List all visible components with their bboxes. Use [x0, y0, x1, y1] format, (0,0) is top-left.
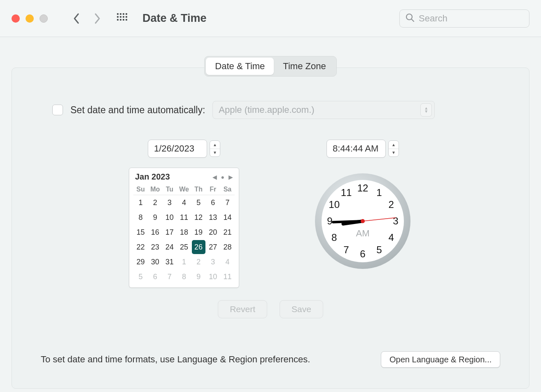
calendar-day[interactable]: 9	[192, 270, 205, 284]
calendar-day[interactable]: 16	[148, 225, 162, 239]
svg-text:7: 7	[343, 244, 349, 255]
stepper-up-icon: ▲	[389, 141, 399, 149]
svg-point-19	[361, 219, 365, 223]
search-input[interactable]	[419, 13, 532, 24]
tabs: Date & Time Time Zone	[204, 56, 336, 77]
svg-line-1	[412, 19, 414, 21]
svg-text:10: 10	[329, 199, 340, 210]
calendar-day[interactable]: 3	[206, 255, 220, 269]
minimize-window-button[interactable]	[26, 14, 34, 23]
save-button[interactable]: Save	[280, 300, 323, 318]
settings-panel: Set date and time automatically: Apple (…	[12, 68, 529, 389]
calendar-dow: Mo	[148, 184, 162, 195]
time-stepper[interactable]: ▲ ▼	[388, 140, 399, 157]
calendar-day[interactable]: 20	[206, 225, 220, 239]
calendar-day[interactable]: 15	[134, 225, 147, 239]
calendar-day[interactable]: 23	[148, 240, 162, 254]
calendar-day[interactable]: 11	[221, 270, 234, 284]
calendar-day[interactable]: 3	[163, 196, 176, 210]
time-input[interactable]: 8:44:44 AM	[326, 140, 386, 158]
calendar-day[interactable]: 11	[177, 210, 191, 224]
calendar-day[interactable]: 12	[192, 210, 205, 224]
calendar-day[interactable]: 2	[148, 196, 162, 210]
analog-clock[interactable]: 121234567891011 AM	[313, 172, 412, 271]
close-window-button[interactable]	[12, 14, 20, 23]
calendar-day[interactable]: 7	[163, 270, 176, 284]
revert-button[interactable]: Revert	[218, 300, 267, 318]
calendar-day[interactable]: 27	[206, 240, 220, 254]
calendar-day[interactable]: 7	[221, 196, 234, 210]
svg-text:2: 2	[389, 199, 394, 210]
svg-text:1: 1	[376, 187, 382, 198]
calendar-day[interactable]: 29	[134, 255, 147, 269]
zoom-window-button[interactable]	[40, 14, 48, 23]
calendar-day[interactable]: 6	[148, 270, 162, 284]
auto-set-checkbox[interactable]	[52, 105, 63, 115]
calendar-prev-icon[interactable]: ◀	[212, 174, 217, 180]
calendar-day[interactable]: 5	[134, 270, 147, 284]
calendar-day[interactable]: 2	[192, 255, 205, 269]
svg-text:4: 4	[389, 232, 394, 243]
stepper-up-icon: ▲	[210, 141, 220, 149]
calendar-day[interactable]: 1	[134, 196, 147, 210]
calendar-dow: Th	[191, 184, 206, 195]
time-server-value: Apple (time.apple.com.)	[219, 105, 314, 115]
date-input[interactable]: 1/26/2023	[148, 140, 207, 158]
back-button[interactable]	[68, 10, 85, 27]
calendar-dow: Su	[133, 184, 148, 195]
svg-text:5: 5	[376, 244, 382, 255]
calendar-today-icon[interactable]: ●	[221, 174, 224, 180]
svg-text:8: 8	[331, 232, 337, 243]
page-title: Date & Time	[142, 12, 207, 25]
calendar-day[interactable]: 5	[192, 196, 205, 210]
calendar-day[interactable]: 17	[163, 225, 176, 239]
calendar-day[interactable]: 25	[177, 240, 191, 254]
calendar-day[interactable]: 21	[221, 225, 234, 239]
calendar-next-icon[interactable]: ▶	[229, 174, 233, 180]
calendar-day[interactable]: 4	[221, 255, 234, 269]
date-stepper[interactable]: ▲ ▼	[210, 140, 220, 157]
calendar-day[interactable]: 1	[177, 255, 191, 269]
time-column: 8:44:44 AM ▲ ▼ 12123456789101	[313, 140, 412, 271]
calendar-dow: Sa	[220, 184, 235, 195]
calendar-day[interactable]: 13	[206, 210, 220, 224]
calendar-day[interactable]: 4	[177, 196, 191, 210]
calendar-day[interactable]: 30	[148, 255, 162, 269]
calendar-day[interactable]: 14	[221, 210, 234, 224]
calendar-day[interactable]: 10	[206, 270, 220, 284]
calendar-day[interactable]: 10	[163, 210, 176, 224]
date-column: 1/26/2023 ▲ ▼ Jan 2023 ◀ ● ▶ SuMoTuWeThF…	[129, 140, 239, 288]
time-server-combo[interactable]: Apple (time.apple.com.) ▲▼	[212, 101, 435, 119]
calendar-day[interactable]: 19	[192, 225, 205, 239]
calendar-day[interactable]: 6	[206, 196, 220, 210]
calendar-day[interactable]: 9	[148, 210, 162, 224]
calendar-day[interactable]: 18	[177, 225, 191, 239]
tab-date-time[interactable]: Date & Time	[206, 58, 274, 75]
search-field[interactable]	[399, 9, 529, 28]
calendar-month-label: Jan 2023	[135, 172, 170, 182]
svg-text:6: 6	[360, 248, 365, 259]
titlebar: Date & Time	[0, 0, 541, 37]
auto-set-label: Set date and time automatically:	[70, 105, 205, 116]
svg-text:12: 12	[357, 182, 368, 194]
open-language-region-button[interactable]: Open Language & Region...	[381, 351, 500, 368]
tab-time-zone[interactable]: Time Zone	[274, 58, 335, 75]
window-controls	[12, 14, 48, 23]
search-icon	[406, 13, 415, 24]
ampm-label: AM	[356, 228, 370, 239]
calendar-day[interactable]: 8	[134, 210, 147, 224]
calendar-day[interactable]: 8	[177, 270, 191, 284]
calendar[interactable]: Jan 2023 ◀ ● ▶ SuMoTuWeThFrSa12345678910…	[129, 168, 239, 288]
show-all-icon[interactable]	[117, 13, 128, 24]
forward-button[interactable]	[89, 10, 105, 27]
calendar-day[interactable]: 28	[221, 240, 234, 254]
calendar-day[interactable]: 22	[134, 240, 147, 254]
stepper-down-icon: ▼	[389, 149, 399, 157]
calendar-dow: Tu	[162, 184, 177, 195]
calendar-day[interactable]: 26	[192, 240, 205, 254]
svg-text:9: 9	[327, 215, 332, 226]
calendar-day[interactable]: 24	[163, 240, 176, 254]
stepper-down-icon: ▼	[210, 149, 220, 157]
svg-text:11: 11	[341, 187, 352, 198]
calendar-day[interactable]: 31	[163, 255, 176, 269]
